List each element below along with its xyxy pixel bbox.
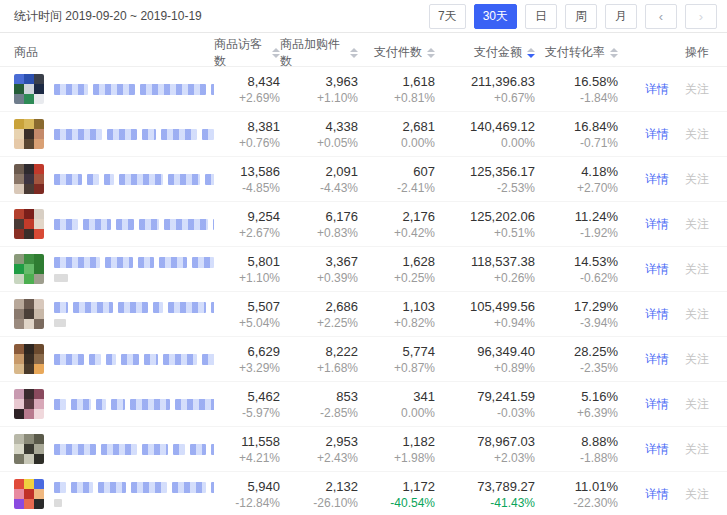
product-cell [14, 299, 214, 329]
product-cell [14, 434, 214, 464]
sort-icon[interactable] [350, 48, 358, 58]
metric-change: +0.42% [358, 225, 435, 241]
metric-change: +0.26% [435, 270, 535, 286]
metric-change: +1.68% [280, 360, 358, 376]
product-thumbnail[interactable] [14, 299, 44, 329]
metric-value: 2,953 [280, 433, 358, 450]
follow-link[interactable]: 关注 [685, 351, 709, 368]
metric-value: 2,681 [358, 118, 435, 135]
product-thumbnail[interactable] [14, 254, 44, 284]
product-name-link[interactable] [54, 482, 214, 507]
metric-change: +0.81% [358, 90, 435, 106]
metric-value: 1,172 [358, 478, 435, 495]
metric-paid-amount: 78,967.03+2.03% [435, 433, 535, 466]
column-header-3[interactable]: 支付件数 [358, 44, 435, 61]
product-cell [14, 209, 214, 239]
column-header-2[interactable]: 商品加购件数 [280, 36, 358, 70]
follow-link[interactable]: 关注 [685, 486, 709, 503]
metric-paid-amount: 79,241.59-0.03% [435, 388, 535, 421]
metric-add-cart-items: 3,963+1.10% [280, 73, 358, 106]
product-name-link[interactable] [54, 219, 214, 230]
detail-link[interactable]: 详情 [645, 171, 669, 188]
product-name-link[interactable] [54, 129, 214, 140]
column-header-5[interactable]: 支付转化率 [535, 44, 618, 61]
column-header-4[interactable]: 支付金额 [435, 44, 535, 61]
metric-change: +3.29% [214, 360, 280, 376]
product-thumbnail[interactable] [14, 209, 44, 239]
product-thumbnail[interactable] [14, 389, 44, 419]
follow-link[interactable]: 关注 [685, 261, 709, 278]
detail-link[interactable]: 详情 [645, 126, 669, 143]
follow-link[interactable]: 关注 [685, 441, 709, 458]
product-name-link[interactable] [54, 354, 214, 365]
column-header-6: 操作 [618, 44, 727, 61]
product-name-link[interactable] [54, 174, 214, 185]
follow-link[interactable]: 关注 [685, 81, 709, 98]
product-thumbnail[interactable] [14, 164, 44, 194]
sort-icon[interactable] [427, 48, 435, 58]
detail-link[interactable]: 详情 [645, 81, 669, 98]
metric-change: -26.10% [280, 495, 358, 511]
metric-conversion-rate: 16.58%-1.84% [535, 73, 618, 106]
detail-link[interactable]: 详情 [645, 396, 669, 413]
range-button-0[interactable]: 7天 [429, 4, 466, 29]
metric-value: 16.84% [535, 118, 618, 135]
actions-cell: 详情关注 [618, 81, 727, 98]
metric-change: -2.35% [535, 360, 618, 376]
metric-change: +0.67% [435, 90, 535, 106]
metric-value: 96,349.40 [435, 343, 535, 360]
detail-link[interactable]: 详情 [645, 441, 669, 458]
metric-change: -4.85% [214, 180, 280, 196]
sort-icon[interactable] [610, 48, 618, 58]
metric-change: +2.43% [280, 450, 358, 466]
detail-link[interactable]: 详情 [645, 216, 669, 233]
metric-paid-amount: 105,499.56+0.94% [435, 298, 535, 331]
sort-icon[interactable] [272, 48, 280, 58]
column-header-1[interactable]: 商品访客数 [214, 36, 280, 70]
pager-next-button[interactable]: › [685, 4, 717, 29]
metric-change: +1.10% [280, 90, 358, 106]
follow-link[interactable]: 关注 [685, 396, 709, 413]
metric-value: 2,091 [280, 163, 358, 180]
product-thumbnail[interactable] [14, 74, 44, 104]
product-thumbnail[interactable] [14, 344, 44, 374]
actions-cell: 详情关注 [618, 351, 727, 368]
product-name-link[interactable] [54, 257, 214, 282]
metric-visitors: 5,801+1.10% [214, 253, 280, 286]
actions-cell: 详情关注 [618, 261, 727, 278]
metric-value: 28.25% [535, 343, 618, 360]
detail-link[interactable]: 详情 [645, 261, 669, 278]
range-button-1[interactable]: 30天 [474, 4, 517, 29]
metric-value: 11.01% [535, 478, 618, 495]
metric-paid-amount: 140,469.120.00% [435, 118, 535, 151]
metric-change: -3.94% [535, 315, 618, 331]
follow-link[interactable]: 关注 [685, 306, 709, 323]
product-name-blur [54, 444, 214, 455]
product-name-blur [54, 129, 214, 140]
range-button-3[interactable]: 周 [565, 4, 597, 29]
metric-conversion-rate: 16.84%-0.71% [535, 118, 618, 151]
metric-value: 4,338 [280, 118, 358, 135]
product-thumbnail[interactable] [14, 479, 44, 509]
product-thumbnail[interactable] [14, 434, 44, 464]
product-name-link[interactable] [54, 84, 214, 95]
detail-link[interactable]: 详情 [645, 351, 669, 368]
metric-change: +2.67% [214, 225, 280, 241]
product-name-link[interactable] [54, 444, 214, 455]
range-button-4[interactable]: 月 [605, 4, 637, 29]
actions-cell: 详情关注 [618, 171, 727, 188]
detail-link[interactable]: 详情 [645, 486, 669, 503]
follow-link[interactable]: 关注 [685, 216, 709, 233]
follow-link[interactable]: 关注 [685, 126, 709, 143]
metric-value: 16.58% [535, 73, 618, 90]
range-button-2[interactable]: 日 [525, 4, 557, 29]
product-name-link[interactable] [54, 399, 214, 410]
detail-link[interactable]: 详情 [645, 306, 669, 323]
metric-conversion-rate: 4.18%+2.70% [535, 163, 618, 196]
sort-icon[interactable] [527, 48, 535, 58]
product-name-link[interactable] [54, 302, 214, 327]
product-thumbnail[interactable] [14, 119, 44, 149]
follow-link[interactable]: 关注 [685, 171, 709, 188]
metric-value: 2,132 [280, 478, 358, 495]
pager-prev-button[interactable]: ‹ [645, 4, 677, 29]
